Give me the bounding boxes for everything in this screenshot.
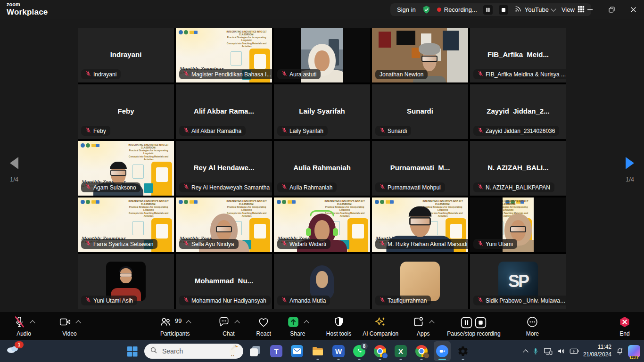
tray-mic-icon[interactable] (532, 347, 539, 355)
toolbar-pause-stop-recording-button[interactable]: Pause/stop recording (447, 316, 500, 337)
search-input[interactable] (161, 347, 223, 355)
slide-logo-icon (81, 143, 85, 148)
toolbar-video-button[interactable]: Video (59, 316, 80, 337)
participant-tile-zayyid-jiddan-2314026036[interactable]: Zayyid Jiddan_2...Zayyid Jiddan_23140260… (470, 84, 566, 139)
taskbar-whatsapp-icon[interactable]: 8 (351, 341, 368, 361)
participant-tile-magister-pendidikan-bahasa-i[interactable]: INTEGRATING LINGUISTICS INTO ELT CLASSRO… (176, 28, 272, 82)
participant-tile-purnamawati-mohpul[interactable]: Purnamawati M...Purnamawati Mohpul (372, 141, 468, 196)
participant-tile-sidik-prabowo-univ-mulawar[interactable]: SPSidik Prabowo _Univ. Mulawar... (470, 254, 566, 309)
participant-label: Rey Al Hendaweyah Samantha (191, 184, 270, 191)
taskbar-chrome-2-icon[interactable] (413, 341, 430, 361)
participant-label: Laily Syarifah (289, 128, 323, 134)
toolbar-item-label: React (256, 330, 271, 337)
participant-tile-m-rizky-raihan-akmal-marsudi[interactable]: INTEGRATING LINGUISTICS INTO ELT CLASSRO… (372, 197, 468, 252)
toolbar-audio-button[interactable]: Audio (13, 316, 34, 337)
taskbar-weather-widget[interactable]: 1 (6, 343, 25, 360)
taskbar-task-view-icon[interactable] (247, 341, 264, 361)
participant-tile-yuni-utami-asih[interactable]: Yuni Utami Asih (78, 254, 174, 309)
toolbar-participants-button[interactable]: 99Participants (159, 316, 190, 337)
taskbar-copilot-icon[interactable]: PRE (628, 345, 640, 357)
mic-muted-icon (478, 297, 483, 304)
mic-muted-icon (478, 71, 483, 78)
chevron-up-icon[interactable] (30, 320, 35, 325)
participant-tile-jonathan-newton[interactable]: Jonathan Newton (372, 28, 468, 82)
chevron-up-icon[interactable] (235, 320, 240, 325)
search-box[interactable] (144, 344, 243, 359)
mic-muted-icon (380, 240, 385, 247)
meeting-toolbar: AudioVideo99ParticipantsChatReactShareHo… (0, 312, 644, 340)
participant-tile-amanda-mutia[interactable]: Amanda Mutia (274, 254, 370, 309)
taskbar-file-explorer-icon[interactable] (309, 341, 326, 361)
chevron-down-icon (551, 6, 556, 11)
toolbar-end-button[interactable]: End (619, 316, 631, 337)
minimize-button[interactable] (579, 0, 601, 19)
participant-tile-n-azizah-balikpapan[interactable]: N. AZIZAH_BALI...N. AZIZAH_BALIKPAPAN (470, 141, 566, 196)
participant-tile-mohammad-nur-hadiyansyah[interactable]: Mohammad Nu...Mohammad Nur Hadiyansyah (176, 254, 272, 309)
gallery-prev-button[interactable]: 1/4 (3, 157, 25, 183)
taskbar-search-icon[interactable] (144, 341, 243, 361)
taskbar-settings-icon[interactable] (454, 341, 471, 361)
slide-logo-icon (81, 200, 85, 204)
participant-tile-rey-al-hendaweyah-samantha[interactable]: Rey Al Hendawe...Rey Al Hendaweyah Saman… (176, 141, 272, 196)
taskbar-chrome-icon[interactable] (372, 341, 388, 361)
participant-tile-laily-syarifah[interactable]: Laily SyarifahLaily Syarifah (274, 84, 370, 139)
toolbar-ai-companion-button[interactable]: AI Companion (363, 316, 398, 337)
tray-chevron-icon[interactable] (524, 348, 528, 354)
close-button[interactable] (622, 0, 644, 19)
tray-cast-icon[interactable] (544, 347, 553, 355)
participant-tile-aura-astuti[interactable]: Aura astuti (274, 28, 370, 82)
view-label: View (561, 6, 575, 13)
participant-tile-taufiqurrahman[interactable]: Taufiqurrahman (372, 254, 468, 309)
taskbar-teams-icon[interactable]: T (268, 341, 285, 361)
participant-tile-alif-akbar-ramadha[interactable]: Alif Akbar Rama...Alif Akbar Ramadha (176, 84, 272, 139)
sign-in-button[interactable]: Sign in (397, 6, 416, 13)
participant-name: N. AZIZAH_BALI... (470, 164, 566, 172)
gallery-next-button[interactable]: 1/4 (619, 157, 641, 183)
chevron-up-icon[interactable] (429, 320, 435, 325)
participant-tile-sella-ayu-nindya[interactable]: INTEGRATING LINGUISTICS INTO ELT CLASSRO… (176, 197, 272, 252)
chevron-up-icon[interactable] (304, 320, 309, 325)
slide-logo-icon (184, 200, 188, 204)
slide-logo-icon (86, 200, 90, 204)
mic-muted-icon (281, 240, 287, 247)
chevron-up-icon[interactable] (186, 320, 191, 325)
participant-label: Purnamawati Mohpul (388, 184, 441, 191)
taskbar-mail-icon[interactable] (289, 341, 305, 361)
toolbar-share-button[interactable]: Share (287, 316, 308, 337)
tray-bell-icon[interactable]: z (616, 347, 624, 355)
youtube-label: YouTube (525, 6, 549, 13)
participant-tile-farra-syarliza-setiawan[interactable]: INTEGRATING LINGUISTICS INTO ELT CLASSRO… (78, 197, 174, 252)
taskbar-word-icon[interactable]: W (330, 341, 347, 361)
participant-label: Sella Ayu Nindya (191, 241, 234, 247)
ai-companion-icon (374, 316, 387, 330)
participant-tile-agam-sulaksono[interactable]: INTEGRATING LINGUISTICS INTO ELT CLASSRO… (78, 141, 174, 196)
participant-tile-yuni-utami[interactable]: INTEGRATING LINGUISTICS INTO ELT CLASSRO… (470, 197, 566, 252)
toolbar-react-button[interactable]: React (256, 316, 271, 337)
tray-battery-icon[interactable] (570, 348, 579, 354)
participant-tile-widarti-widarti[interactable]: INTEGRATING LINGUISTICS INTO ELT CLASSRO… (274, 197, 370, 252)
taskbar-start-icon[interactable] (124, 341, 140, 361)
stop-recording-button[interactable] (499, 5, 508, 15)
toolbar-more-button[interactable]: More (526, 316, 539, 337)
toolbar-chat-button[interactable]: Chat (218, 316, 239, 337)
taskbar-excel-icon[interactable]: X (392, 341, 409, 361)
participant-tile-fib-arfika-meidina-nurisya[interactable]: FIB_Arfika Meid...FIB_Arfika Meidina & N… (470, 28, 566, 82)
slide-logo-icon (179, 30, 183, 34)
participant-tile-sunardi[interactable]: SunardiSunardi (372, 84, 468, 139)
taskbar-clock[interactable]: 11:4221/08/2024 (583, 344, 611, 358)
toolbar-host-tools-button[interactable]: Host tools (326, 316, 351, 337)
restore-button[interactable] (601, 0, 622, 19)
youtube-live-button[interactable]: YouTube (514, 5, 555, 14)
slide-decoration (132, 221, 144, 235)
taskbar-zoom-icon[interactable] (434, 341, 451, 361)
pause-recording-button[interactable] (483, 5, 493, 15)
participant-name: Rey Al Hendawe... (176, 164, 272, 172)
participant-label-chip: Yuni Utami Asih (81, 296, 137, 305)
chevron-up-icon[interactable] (75, 320, 81, 325)
security-shield-icon[interactable] (422, 5, 431, 14)
tray-volume-icon[interactable] (557, 347, 565, 355)
participant-tile-indrayani[interactable]: IndrayaniIndrayani (78, 28, 174, 82)
toolbar-apps-button[interactable]: Apps (413, 316, 434, 337)
participant-tile-feby[interactable]: FebyFeby (78, 84, 174, 139)
participant-tile-aulia-rahmaniah[interactable]: Aulia RahmaniahAulia Rahmaniah (274, 141, 370, 196)
